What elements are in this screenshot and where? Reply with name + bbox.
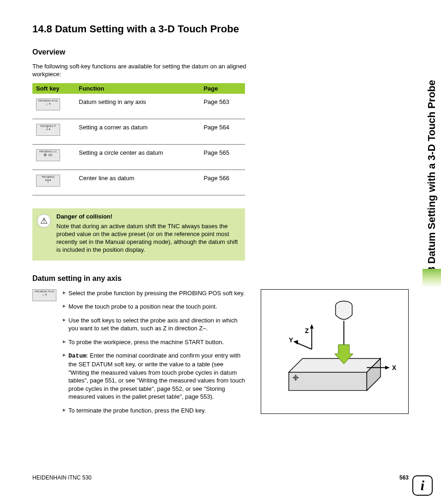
probing-centerline-icon: PROBING•┼• (36, 175, 60, 187)
table-row: PROBING P┘• Setting a corner as datum Pa… (32, 119, 245, 145)
th-softkey: Soft key (32, 83, 75, 94)
probing-circle-icon: PROBING CC⊕ cc (36, 149, 60, 161)
probe-diagram-svg: Z Y X (261, 290, 408, 413)
list-item: To probe the workpiece, press the machin… (63, 338, 245, 346)
cell-func: Datum setting in any axis (75, 94, 200, 119)
list-item: Datum: Enter the nominal coordinate and … (63, 352, 245, 401)
warning-icon: ⚠ (37, 214, 51, 228)
cell-func: Setting a circle center as datum (75, 145, 200, 170)
table-row: PROBING•┼• Center line as datum Page 566 (32, 170, 245, 195)
list-item: To terminate the probe function, press t… (63, 407, 245, 415)
table-row: PROBING CC⊕ cc Setting a circle center a… (32, 145, 245, 170)
probing-corner-icon: PROBING P┘• (36, 124, 60, 136)
info-badge-icon: i (412, 475, 433, 496)
svg-line-8 (296, 342, 312, 349)
page-footer: HEIDENHAIN iTNC 530 563 (32, 474, 409, 481)
softkey-table: Soft key Function Page PROBING POS↓ • Da… (32, 83, 245, 195)
svg-marker-0 (289, 358, 381, 372)
warning-body: Note that during an active datum shift t… (56, 223, 239, 254)
warning-box: ⚠ Danger of collision! Note that during … (32, 208, 245, 261)
page-content: 14.8 Datum Setting with a 3-D Touch Prob… (0, 0, 441, 434)
footer-product: HEIDENHAIN iTNC 530 (32, 474, 92, 481)
cell-func: Center line as datum (75, 170, 200, 195)
svg-marker-11 (385, 366, 390, 370)
svg-marker-7 (310, 324, 313, 328)
intro-text: The following soft-key functions are ava… (32, 63, 250, 79)
th-page: Page (200, 83, 245, 94)
figure-diagram: Z Y X (261, 289, 409, 414)
section2-heading: Datum setting in any axis (32, 274, 409, 283)
step-list: Select the probe function by pressing th… (63, 289, 245, 420)
cell-page: Page 563 (200, 94, 245, 119)
exclamation-triangle-icon: ⚠ (40, 217, 48, 225)
cell-page: Page 565 (200, 145, 245, 170)
probing-pos-icon: PROBING POS↓ • (36, 98, 60, 110)
svg-marker-1 (289, 372, 367, 390)
th-function: Function (75, 83, 200, 94)
table-row: PROBING POS↓ • Datum setting in any axis… (32, 94, 245, 119)
list-item: Move the touch probe to a position near … (63, 303, 245, 311)
list-item: Use the soft keys to select the probe ax… (63, 316, 245, 333)
overview-heading: Overview (32, 48, 409, 56)
cell-page: Page 566 (200, 170, 245, 195)
probing-pos-icon: PROBING POS↓ • (32, 289, 56, 301)
svg-marker-9 (294, 340, 298, 345)
page-title: 14.8 Datum Setting with a 3-D Touch Prob… (55, 23, 286, 35)
list-item: Select the probe function by pressing th… (63, 289, 245, 298)
warning-title: Danger of collision! (56, 213, 239, 220)
axis-x-label: X (392, 364, 397, 371)
cell-func: Setting a corner as datum (75, 119, 200, 145)
axis-y-label: Y (289, 336, 294, 344)
footer-page-number: 563 (399, 474, 409, 481)
cell-page: Page 564 (200, 119, 245, 145)
procedure: PROBING POS↓ • Select the probe function… (32, 289, 409, 420)
axis-z-label: Z (305, 327, 309, 334)
